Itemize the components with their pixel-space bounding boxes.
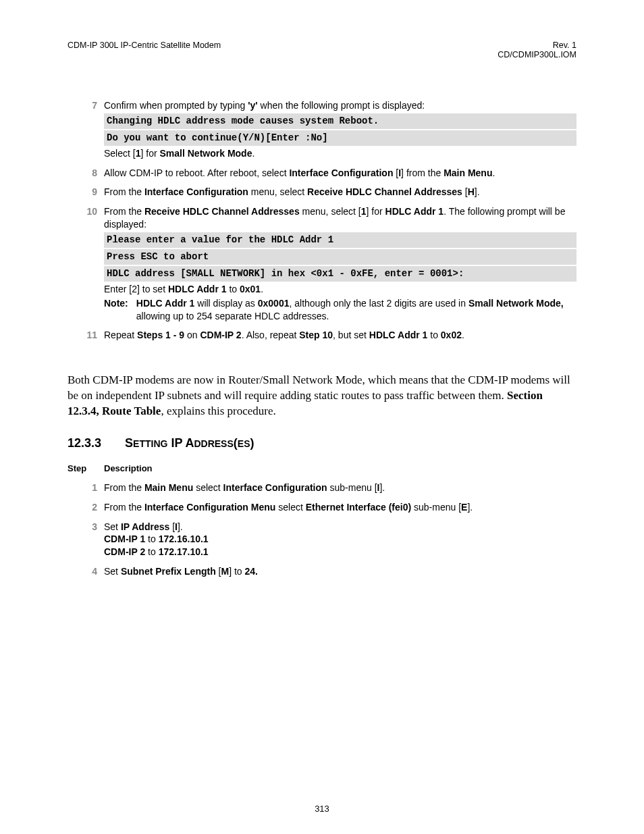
th-step: Step: [68, 460, 104, 479]
step-body: From the Interface Configuration menu, s…: [104, 183, 576, 203]
code-line: Changing HDLC address mode causes system…: [104, 113, 576, 129]
header-rev: Rev. 1: [498, 41, 576, 50]
header-right: Rev. 1 CD/CDMIP300L.IOM: [498, 41, 576, 59]
step-9: 9 From the Interface Configuration menu,…: [68, 183, 576, 203]
step-3: 3 Set IP Address [I]. CDM-IP 1 to 172.16…: [68, 518, 576, 563]
step-number: 7: [68, 97, 104, 164]
step-number: 11: [68, 326, 104, 346]
table-header: Step Description: [68, 460, 576, 479]
step-4: 4 Set Subnet Prefix Length [M] to 24.: [68, 563, 576, 582]
page-number: 313: [0, 804, 644, 814]
step-after: Select [1] for Small Network Mode.: [104, 147, 576, 160]
code-line: Please enter a value for the HDLC Addr 1: [104, 232, 576, 248]
th-desc: Description: [104, 460, 576, 479]
steps-block-2: Step Description 1 From the Main Menu se…: [68, 460, 576, 582]
header-left: CDM-IP 300L IP-Centric Satellite Modem: [68, 41, 221, 59]
step-body: Repeat Steps 1 - 9 on CDM-IP 2. Also, re…: [104, 326, 576, 346]
step-body: Confirm when prompted by typing 'y' when…: [104, 97, 576, 164]
page-header: CDM-IP 300L IP-Centric Satellite Modem R…: [68, 41, 576, 59]
step-number: 10: [68, 203, 104, 326]
step-body: Set IP Address [I]. CDM-IP 1 to 172.16.1…: [104, 518, 576, 563]
note-label: Note:: [104, 297, 136, 323]
step-8: 8 Allow CDM-IP to reboot. After reboot, …: [68, 164, 576, 184]
step-number: 3: [68, 518, 104, 563]
step-body: Set Subnet Prefix Length [M] to 24.: [104, 563, 576, 582]
step-body: From the Interface Configuration Menu se…: [104, 498, 576, 518]
header-doc: CD/CDMIP300L.IOM: [498, 50, 576, 59]
code-line: HDLC address [SMALL NETWORK] in hex <0x1…: [104, 266, 576, 282]
step-10: 10 From the Receive HDLC Channel Address…: [68, 203, 576, 326]
step-number: 9: [68, 183, 104, 203]
steps-block-1: 7 Confirm when prompted by typing 'y' wh…: [68, 97, 576, 346]
body-paragraph: Both CDM-IP modems are now in Router/Sma…: [68, 373, 576, 419]
step-2: 2 From the Interface Configuration Menu …: [68, 498, 576, 518]
note-text: HDLC Addr 1 will display as 0x0001, alth…: [136, 297, 576, 323]
code-line: Press ESC to abort: [104, 249, 576, 265]
step-body: Allow CDM-IP to reboot. After reboot, se…: [104, 164, 576, 184]
step-7: 7 Confirm when prompted by typing 'y' wh…: [68, 97, 576, 164]
step-body: From the Main Menu select Interface Conf…: [104, 479, 576, 498]
code-line: Do you want to continue(Y/N)[Enter :No]: [104, 130, 576, 146]
step-number: 8: [68, 164, 104, 184]
step-1: 1 From the Main Menu select Interface Co…: [68, 479, 576, 498]
step-11: 11 Repeat Steps 1 - 9 on CDM-IP 2. Also,…: [68, 326, 576, 346]
step-number: 2: [68, 498, 104, 518]
step-number: 1: [68, 479, 104, 498]
step-after: Enter [2] to set HDLC Addr 1 to 0x01.: [104, 283, 576, 296]
step-number: 4: [68, 563, 104, 582]
note: Note: HDLC Addr 1 will display as 0x0001…: [104, 297, 576, 323]
step-body: From the Receive HDLC Channel Addresses …: [104, 203, 576, 326]
section-heading: 12.3.3 SETTING IP ADDRESS(ES): [68, 436, 576, 450]
